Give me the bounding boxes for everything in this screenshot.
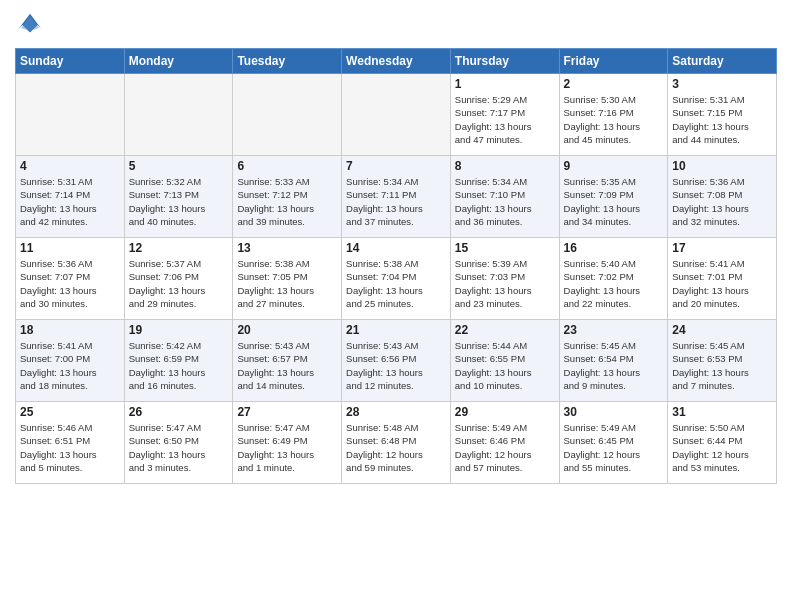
day-number: 26 [129, 405, 229, 419]
week-row-4: 18Sunrise: 5:41 AM Sunset: 7:00 PM Dayli… [16, 320, 777, 402]
weekday-header-friday: Friday [559, 49, 668, 74]
day-info: Sunrise: 5:45 AM Sunset: 6:53 PM Dayligh… [672, 339, 772, 392]
day-info: Sunrise: 5:34 AM Sunset: 7:11 PM Dayligh… [346, 175, 446, 228]
weekday-header-wednesday: Wednesday [342, 49, 451, 74]
calendar-cell: 6Sunrise: 5:33 AM Sunset: 7:12 PM Daylig… [233, 156, 342, 238]
calendar-cell: 29Sunrise: 5:49 AM Sunset: 6:46 PM Dayli… [450, 402, 559, 484]
calendar-cell: 12Sunrise: 5:37 AM Sunset: 7:06 PM Dayli… [124, 238, 233, 320]
calendar-cell [233, 74, 342, 156]
day-info: Sunrise: 5:38 AM Sunset: 7:05 PM Dayligh… [237, 257, 337, 310]
day-number: 4 [20, 159, 120, 173]
day-info: Sunrise: 5:36 AM Sunset: 7:07 PM Dayligh… [20, 257, 120, 310]
day-info: Sunrise: 5:45 AM Sunset: 6:54 PM Dayligh… [564, 339, 664, 392]
day-number: 13 [237, 241, 337, 255]
day-info: Sunrise: 5:50 AM Sunset: 6:44 PM Dayligh… [672, 421, 772, 474]
day-number: 25 [20, 405, 120, 419]
week-row-3: 11Sunrise: 5:36 AM Sunset: 7:07 PM Dayli… [16, 238, 777, 320]
day-number: 30 [564, 405, 664, 419]
weekday-header-saturday: Saturday [668, 49, 777, 74]
day-number: 2 [564, 77, 664, 91]
day-info: Sunrise: 5:47 AM Sunset: 6:49 PM Dayligh… [237, 421, 337, 474]
day-number: 3 [672, 77, 772, 91]
day-info: Sunrise: 5:35 AM Sunset: 7:09 PM Dayligh… [564, 175, 664, 228]
calendar-cell: 1Sunrise: 5:29 AM Sunset: 7:17 PM Daylig… [450, 74, 559, 156]
calendar-cell: 5Sunrise: 5:32 AM Sunset: 7:13 PM Daylig… [124, 156, 233, 238]
calendar-cell: 8Sunrise: 5:34 AM Sunset: 7:10 PM Daylig… [450, 156, 559, 238]
calendar-cell [342, 74, 451, 156]
day-number: 29 [455, 405, 555, 419]
day-info: Sunrise: 5:47 AM Sunset: 6:50 PM Dayligh… [129, 421, 229, 474]
day-info: Sunrise: 5:32 AM Sunset: 7:13 PM Dayligh… [129, 175, 229, 228]
day-info: Sunrise: 5:49 AM Sunset: 6:46 PM Dayligh… [455, 421, 555, 474]
week-row-2: 4Sunrise: 5:31 AM Sunset: 7:14 PM Daylig… [16, 156, 777, 238]
calendar-cell: 11Sunrise: 5:36 AM Sunset: 7:07 PM Dayli… [16, 238, 125, 320]
header [15, 10, 777, 40]
day-number: 14 [346, 241, 446, 255]
day-number: 6 [237, 159, 337, 173]
day-info: Sunrise: 5:30 AM Sunset: 7:16 PM Dayligh… [564, 93, 664, 146]
day-number: 27 [237, 405, 337, 419]
calendar-cell: 9Sunrise: 5:35 AM Sunset: 7:09 PM Daylig… [559, 156, 668, 238]
calendar-cell: 14Sunrise: 5:38 AM Sunset: 7:04 PM Dayli… [342, 238, 451, 320]
day-number: 31 [672, 405, 772, 419]
calendar-cell: 19Sunrise: 5:42 AM Sunset: 6:59 PM Dayli… [124, 320, 233, 402]
day-number: 18 [20, 323, 120, 337]
day-number: 1 [455, 77, 555, 91]
calendar-cell: 27Sunrise: 5:47 AM Sunset: 6:49 PM Dayli… [233, 402, 342, 484]
day-number: 21 [346, 323, 446, 337]
calendar-cell: 4Sunrise: 5:31 AM Sunset: 7:14 PM Daylig… [16, 156, 125, 238]
day-number: 7 [346, 159, 446, 173]
calendar-cell: 25Sunrise: 5:46 AM Sunset: 6:51 PM Dayli… [16, 402, 125, 484]
calendar-cell [16, 74, 125, 156]
calendar-cell: 21Sunrise: 5:43 AM Sunset: 6:56 PM Dayli… [342, 320, 451, 402]
day-info: Sunrise: 5:49 AM Sunset: 6:45 PM Dayligh… [564, 421, 664, 474]
calendar-cell: 3Sunrise: 5:31 AM Sunset: 7:15 PM Daylig… [668, 74, 777, 156]
day-info: Sunrise: 5:36 AM Sunset: 7:08 PM Dayligh… [672, 175, 772, 228]
day-number: 28 [346, 405, 446, 419]
day-info: Sunrise: 5:31 AM Sunset: 7:15 PM Dayligh… [672, 93, 772, 146]
day-number: 15 [455, 241, 555, 255]
day-number: 11 [20, 241, 120, 255]
week-row-5: 25Sunrise: 5:46 AM Sunset: 6:51 PM Dayli… [16, 402, 777, 484]
day-info: Sunrise: 5:29 AM Sunset: 7:17 PM Dayligh… [455, 93, 555, 146]
day-info: Sunrise: 5:41 AM Sunset: 7:00 PM Dayligh… [20, 339, 120, 392]
calendar-cell: 18Sunrise: 5:41 AM Sunset: 7:00 PM Dayli… [16, 320, 125, 402]
calendar-cell: 7Sunrise: 5:34 AM Sunset: 7:11 PM Daylig… [342, 156, 451, 238]
weekday-header-monday: Monday [124, 49, 233, 74]
day-info: Sunrise: 5:39 AM Sunset: 7:03 PM Dayligh… [455, 257, 555, 310]
calendar-cell: 30Sunrise: 5:49 AM Sunset: 6:45 PM Dayli… [559, 402, 668, 484]
day-info: Sunrise: 5:38 AM Sunset: 7:04 PM Dayligh… [346, 257, 446, 310]
day-info: Sunrise: 5:42 AM Sunset: 6:59 PM Dayligh… [129, 339, 229, 392]
day-info: Sunrise: 5:34 AM Sunset: 7:10 PM Dayligh… [455, 175, 555, 228]
day-info: Sunrise: 5:37 AM Sunset: 7:06 PM Dayligh… [129, 257, 229, 310]
day-info: Sunrise: 5:46 AM Sunset: 6:51 PM Dayligh… [20, 421, 120, 474]
day-number: 10 [672, 159, 772, 173]
day-number: 24 [672, 323, 772, 337]
calendar-cell: 24Sunrise: 5:45 AM Sunset: 6:53 PM Dayli… [668, 320, 777, 402]
day-info: Sunrise: 5:43 AM Sunset: 6:57 PM Dayligh… [237, 339, 337, 392]
calendar-cell: 15Sunrise: 5:39 AM Sunset: 7:03 PM Dayli… [450, 238, 559, 320]
logo-icon [15, 10, 45, 40]
day-info: Sunrise: 5:33 AM Sunset: 7:12 PM Dayligh… [237, 175, 337, 228]
day-number: 23 [564, 323, 664, 337]
day-info: Sunrise: 5:48 AM Sunset: 6:48 PM Dayligh… [346, 421, 446, 474]
calendar-cell: 13Sunrise: 5:38 AM Sunset: 7:05 PM Dayli… [233, 238, 342, 320]
day-number: 9 [564, 159, 664, 173]
calendar-cell: 16Sunrise: 5:40 AM Sunset: 7:02 PM Dayli… [559, 238, 668, 320]
weekday-header-tuesday: Tuesday [233, 49, 342, 74]
day-number: 8 [455, 159, 555, 173]
calendar-cell: 2Sunrise: 5:30 AM Sunset: 7:16 PM Daylig… [559, 74, 668, 156]
day-number: 12 [129, 241, 229, 255]
calendar-cell: 31Sunrise: 5:50 AM Sunset: 6:44 PM Dayli… [668, 402, 777, 484]
day-number: 20 [237, 323, 337, 337]
calendar-cell: 17Sunrise: 5:41 AM Sunset: 7:01 PM Dayli… [668, 238, 777, 320]
day-number: 19 [129, 323, 229, 337]
day-info: Sunrise: 5:43 AM Sunset: 6:56 PM Dayligh… [346, 339, 446, 392]
day-info: Sunrise: 5:40 AM Sunset: 7:02 PM Dayligh… [564, 257, 664, 310]
week-row-1: 1Sunrise: 5:29 AM Sunset: 7:17 PM Daylig… [16, 74, 777, 156]
page: SundayMondayTuesdayWednesdayThursdayFrid… [0, 0, 792, 612]
calendar-cell: 26Sunrise: 5:47 AM Sunset: 6:50 PM Dayli… [124, 402, 233, 484]
logo [15, 10, 49, 40]
day-number: 5 [129, 159, 229, 173]
day-info: Sunrise: 5:31 AM Sunset: 7:14 PM Dayligh… [20, 175, 120, 228]
